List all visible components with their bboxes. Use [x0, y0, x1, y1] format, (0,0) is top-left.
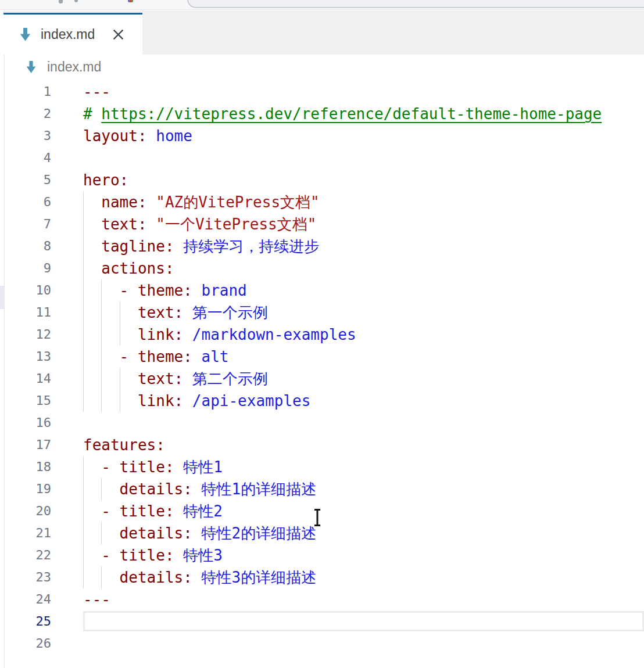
- line-number: 1: [0, 81, 51, 103]
- code-token: actions:: [83, 260, 174, 277]
- code-line[interactable]: features:: [83, 434, 165, 456]
- code-line[interactable]: - theme: brand: [83, 279, 247, 301]
- indent-guide: [83, 368, 84, 390]
- code-line[interactable]: text: 第二个示例: [83, 368, 268, 390]
- code-token: alt: [202, 348, 229, 365]
- code-line[interactable]: - theme: alt: [83, 346, 228, 368]
- indent-guide: [83, 566, 84, 588]
- line-number: 4: [0, 147, 51, 169]
- code-line[interactable]: text: "一个VitePress文档": [83, 213, 316, 235]
- code-token: 特性1的详细描述: [202, 480, 317, 498]
- code-line[interactable]: - title: 特性1: [83, 456, 223, 478]
- line-number: 23: [0, 566, 51, 588]
- code-token: text:: [83, 370, 192, 387]
- code-line[interactable]: hero:: [83, 169, 128, 191]
- code-line[interactable]: details: 特性2的详细描述: [83, 522, 316, 544]
- close-icon[interactable]: [112, 28, 124, 41]
- line-number: 26: [0, 633, 51, 655]
- line-number: 16: [0, 412, 51, 434]
- indent-guide: [83, 191, 84, 213]
- editor-row: 25: [0, 610, 644, 633]
- editor-row: 17features:: [0, 434, 644, 456]
- code-line[interactable]: text: 第一个示例: [83, 301, 268, 324]
- code-line[interactable]: - title: 特性3: [83, 544, 223, 566]
- code-line[interactable]: name: "AZ的VitePress文档": [83, 191, 320, 213]
- tab-index-md[interactable]: index.md: [3, 13, 142, 55]
- editor-row: 4: [0, 147, 644, 169]
- editor-row: 13 - theme: alt: [0, 346, 644, 368]
- code-line[interactable]: ---: [83, 81, 110, 103]
- code-token: 持续学习，持续进步: [183, 238, 319, 255]
- code-line[interactable]: - title: 特性2: [83, 500, 223, 522]
- code-token: /markdown-examples: [192, 326, 356, 343]
- code-token: "一个VitePress文档": [156, 216, 316, 233]
- code-line[interactable]: actions:: [83, 257, 174, 279]
- indent-guide: [83, 456, 84, 478]
- line-number: 17: [0, 434, 51, 456]
- code-line[interactable]: layout: home: [83, 125, 192, 147]
- tab-label: index.md: [41, 27, 95, 42]
- editor-row: 18 - title: 特性1: [0, 456, 644, 478]
- editor-tab-bar: index.md: [0, 10, 644, 55]
- indent-guide: [101, 478, 102, 500]
- line-number: 11: [0, 301, 51, 324]
- indent-guide: [83, 346, 84, 368]
- code-token: 特性1: [183, 458, 223, 476]
- code-token: features:: [83, 436, 165, 454]
- code-token: - title:: [83, 458, 183, 476]
- code-line[interactable]: details: 特性1的详细描述: [83, 478, 316, 500]
- editor-row: 11 text: 第一个示例: [0, 301, 644, 324]
- indent-guide: [120, 368, 120, 390]
- line-number: 2: [0, 103, 51, 125]
- code-line[interactable]: tagline: 持续学习，持续进步: [83, 235, 319, 257]
- indent-guide: [83, 235, 84, 257]
- editor-row: 21 details: 特性2的详细描述: [0, 522, 644, 544]
- line-number: 6: [0, 191, 51, 213]
- editor-row: 9 actions:: [0, 257, 644, 279]
- toolbar-icon-fragment: [59, 0, 63, 3]
- code-token: https://vitepress.dev/reference/default-…: [101, 105, 602, 123]
- indent-guide: [83, 390, 84, 412]
- code-token: hero:: [83, 171, 128, 189]
- code-token: - title:: [83, 502, 183, 520]
- line-number: 7: [0, 213, 51, 235]
- indent-guide: [83, 478, 84, 500]
- line-number: 14: [0, 368, 51, 390]
- editor-row: 2# https://vitepress.dev/reference/defau…: [0, 103, 644, 125]
- line-number: 15: [0, 390, 51, 412]
- code-token: tagline:: [83, 238, 183, 255]
- code-line[interactable]: ---: [83, 588, 110, 610]
- code-line[interactable]: link: /markdown-examples: [83, 324, 356, 346]
- code-token: brand: [202, 282, 247, 299]
- editor-row: 1---: [0, 81, 644, 103]
- line-number: 5: [0, 169, 51, 191]
- markdown-icon: [26, 60, 37, 74]
- indent-guide: [83, 544, 84, 566]
- code-token: link:: [83, 326, 192, 343]
- editor-row: 16: [0, 412, 644, 434]
- indent-guide: [83, 257, 84, 279]
- indent-guide: [101, 390, 102, 412]
- line-number: 20: [0, 500, 51, 522]
- favicon-fragment: [128, 0, 133, 2]
- code-token: 第二个示例: [192, 370, 268, 387]
- code-token: #: [83, 105, 101, 123]
- code-token: 特性3: [183, 547, 223, 564]
- browser-address-bar-fragment[interactable]: [187, 0, 644, 8]
- code-line[interactable]: details: 特性3的详细描述: [83, 566, 316, 588]
- browser-toolbar-fragment: [0, 0, 644, 10]
- line-number: 24: [0, 588, 51, 610]
- editor-row: 7 text: "一个VitePress文档": [0, 213, 644, 235]
- indent-guide: [83, 301, 84, 324]
- line-number: 22: [0, 544, 51, 566]
- code-token: 特性3的详细描述: [202, 569, 317, 586]
- indent-guide: [101, 324, 102, 346]
- editor-lines: 1---2# https://vitepress.dev/reference/d…: [0, 81, 644, 655]
- code-line[interactable]: link: /api-examples: [83, 390, 310, 412]
- code-line[interactable]: # https://vitepress.dev/reference/defaul…: [83, 103, 602, 125]
- editor-row: 19 details: 特性1的详细描述: [0, 478, 644, 500]
- editor-row: 26: [0, 633, 644, 655]
- breadcrumb-item-index-md[interactable]: index.md: [26, 59, 101, 75]
- line-number: 3: [0, 125, 51, 147]
- code-token: name:: [83, 193, 156, 211]
